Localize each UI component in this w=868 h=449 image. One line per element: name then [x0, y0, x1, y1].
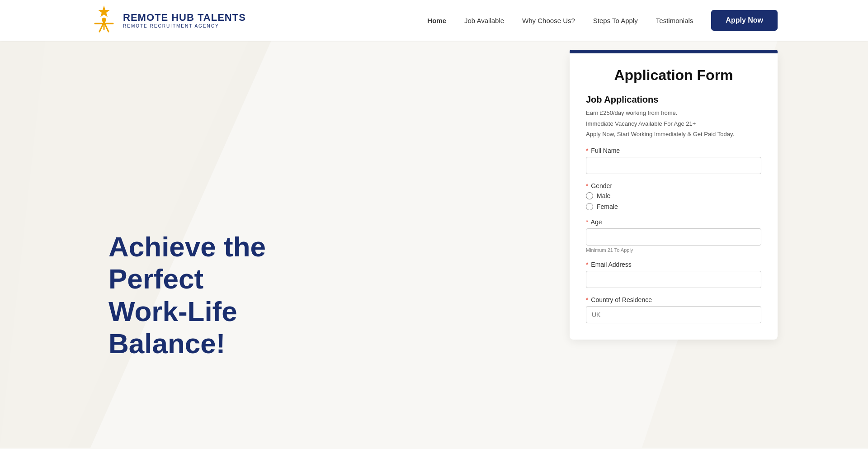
age-label: * Age [586, 218, 761, 226]
full-name-group: * Full Name [586, 147, 761, 174]
logo-text: REMOTE HUB TALENTS REMOTE RECRUITMENT AG… [123, 12, 246, 28]
full-name-required: * [586, 147, 588, 154]
nav-steps-to-apply[interactable]: Steps To Apply [593, 17, 638, 24]
country-label: * Country of Residence [586, 296, 761, 303]
logo-sub-text: REMOTE RECRUITMENT AGENCY [123, 24, 246, 28]
logo-main-text: REMOTE HUB TALENTS [123, 12, 246, 23]
application-form-container: Application Form Job Applications Earn £… [570, 50, 778, 340]
hero-section: Achieve the Perfect Work-Life Balance! [108, 231, 289, 359]
nav-job-available[interactable]: Job Available [464, 17, 504, 24]
gender-male-radio[interactable] [586, 192, 593, 199]
email-input[interactable] [586, 271, 761, 288]
gender-required: * [586, 182, 588, 189]
nav-testimonials[interactable]: Testimonials [656, 17, 693, 24]
nav-links: Home Job Available Why Choose Us? Steps … [427, 10, 778, 31]
country-group: * Country of Residence [586, 296, 761, 323]
job-applications-title: Job Applications [586, 95, 761, 105]
full-name-input[interactable] [586, 157, 761, 174]
gender-male-label: Male [597, 192, 610, 199]
form-desc-2: Immediate Vacancy Available For Age 21+ [586, 119, 761, 128]
logo-icon [90, 5, 118, 36]
gender-label: * Gender [586, 182, 761, 189]
email-label: * Email Address [586, 261, 761, 268]
form-desc-3: Apply Now, Start Working Immediately & G… [586, 130, 761, 139]
gender-group: * Gender Male Female [586, 182, 761, 210]
gender-female-option[interactable]: Female [586, 203, 761, 210]
age-group: * Age Minimum 21 To Apply [586, 218, 761, 253]
nav-why-choose-us[interactable]: Why Choose Us? [522, 17, 575, 24]
nav-apply-button[interactable]: Apply Now [711, 10, 778, 31]
form-desc-1: Earn £250/day working from home. [586, 109, 761, 118]
svg-marker-0 [98, 5, 110, 17]
full-name-label: * Full Name [586, 147, 761, 154]
age-required: * [586, 218, 588, 226]
gender-female-radio[interactable] [586, 203, 593, 210]
navbar: REMOTE HUB TALENTS REMOTE RECRUITMENT AG… [0, 0, 868, 41]
logo: REMOTE HUB TALENTS REMOTE RECRUITMENT AG… [90, 5, 246, 36]
email-group: * Email Address [586, 261, 761, 288]
hero-title: Achieve the Perfect Work-Life Balance! [108, 231, 289, 359]
gender-male-option[interactable]: Male [586, 192, 761, 199]
form-top-bar [570, 50, 778, 53]
country-input[interactable] [586, 306, 761, 323]
age-input[interactable] [586, 228, 761, 246]
gender-female-label: Female [597, 203, 618, 210]
form-card: Application Form Job Applications Earn £… [570, 53, 778, 340]
form-title: Application Form [586, 67, 761, 84]
page-content: Achieve the Perfect Work-Life Balance! A… [0, 41, 868, 449]
nav-home[interactable]: Home [427, 17, 446, 24]
age-hint: Minimum 21 To Apply [586, 247, 761, 253]
email-required: * [586, 261, 588, 268]
country-required: * [586, 296, 588, 303]
gender-radio-group: Male Female [586, 192, 761, 210]
